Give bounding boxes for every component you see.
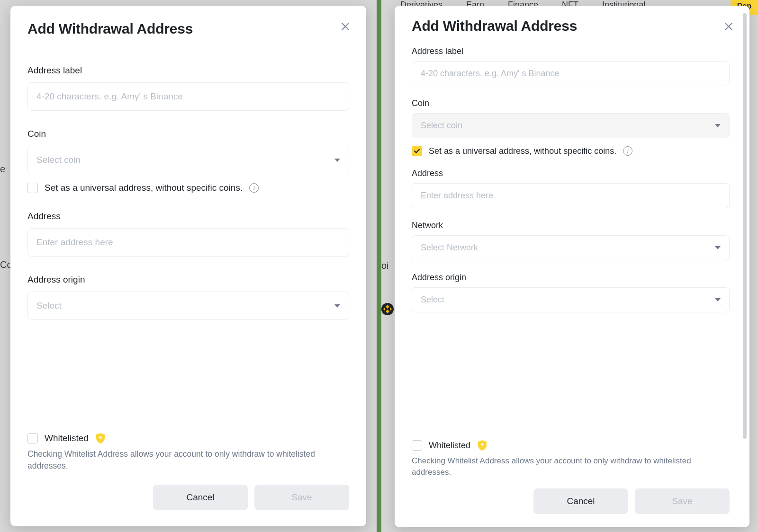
close-button[interactable] — [720, 18, 737, 35]
coin-label: Coin — [412, 98, 730, 108]
universal-address-row: Set as a universal address, without spec… — [27, 183, 349, 193]
universal-address-row: Set as a universal address, without spec… — [412, 146, 730, 156]
chevron-down-icon — [334, 159, 340, 162]
whitelisted-checkbox[interactable] — [27, 433, 38, 443]
universal-address-label: Set as a universal address, without spec… — [429, 146, 616, 156]
chevron-down-icon — [715, 246, 721, 249]
scrollbar-thumb[interactable] — [743, 13, 747, 439]
address-input[interactable] — [412, 183, 730, 208]
scrollbar[interactable] — [743, 13, 747, 520]
save-button[interactable]: Save — [635, 488, 730, 514]
address-label-input[interactable] — [27, 82, 349, 111]
whitelisted-label: Whitelisted — [45, 433, 89, 443]
bg-coin-icon — [381, 303, 394, 318]
coin-select-placeholder: Select coin — [36, 155, 81, 165]
whitelist-section: Whitelisted Checking Whitelist Address a… — [27, 432, 349, 510]
info-icon[interactable]: i — [623, 146, 632, 156]
cancel-button[interactable]: Cancel — [153, 485, 248, 510]
whitelist-help-text: Checking Whitelist Address allows your a… — [27, 448, 324, 471]
save-button[interactable]: Save — [254, 485, 349, 510]
whitelisted-label: Whitelisted — [429, 441, 470, 451]
address-label-label: Address label — [412, 46, 730, 56]
universal-address-label: Set as a universal address, without spec… — [45, 183, 243, 193]
network-select[interactable]: Select Network — [412, 235, 730, 260]
address-origin-select[interactable]: Select — [27, 292, 349, 320]
chevron-down-icon — [334, 304, 340, 308]
address-input[interactable] — [27, 228, 349, 257]
coin-select[interactable]: Select coin — [412, 113, 730, 138]
whitelisted-checkbox[interactable] — [412, 440, 422, 451]
coin-select[interactable]: Select coin — [27, 146, 349, 174]
coin-label: Coin — [27, 129, 349, 139]
origin-select-placeholder: Select — [36, 301, 62, 311]
address-origin-label: Address origin — [412, 273, 730, 283]
shield-icon — [95, 432, 106, 444]
address-field-label: Address — [27, 211, 349, 222]
cancel-button[interactable]: Cancel — [533, 488, 628, 514]
svg-point-0 — [381, 303, 394, 315]
origin-select-placeholder: Select — [421, 295, 444, 305]
address-origin-label: Address origin — [27, 275, 349, 285]
network-label: Network — [412, 221, 730, 231]
bg-fragment: e — [0, 164, 5, 175]
modal-title: Add Withdrawal Address — [27, 21, 349, 37]
left-screenshot: e Coi Add Withdrawal Address Address lab… — [0, 0, 377, 532]
universal-address-checkbox[interactable] — [27, 183, 38, 193]
network-select-placeholder: Select Network — [421, 243, 478, 253]
chevron-down-icon — [715, 124, 721, 127]
whitelist-section: Whitelisted Checking Whitelist Address a… — [412, 439, 730, 514]
info-icon[interactable]: i — [249, 183, 259, 193]
modal-scroll-area: Address label Coin Select coin Set as a … — [412, 46, 730, 428]
chevron-down-icon — [715, 298, 721, 301]
coin-select-placeholder: Select coin — [421, 121, 462, 131]
whitelist-help-text: Checking Whitelist Address allows your a… — [412, 455, 704, 478]
right-screenshot: Derivatives Earn Finance NFT Institution… — [381, 0, 758, 532]
universal-address-checkbox[interactable] — [412, 146, 422, 156]
address-label-input[interactable] — [412, 61, 730, 86]
modal-title: Add Withdrawal Address — [412, 18, 732, 34]
address-label-label: Address label — [27, 65, 349, 76]
bg-fragment: oi — [381, 260, 389, 271]
image-divider — [377, 0, 381, 532]
add-withdrawal-address-modal: Add Withdrawal Address Address label Coi… — [10, 6, 366, 526]
close-icon — [724, 22, 733, 31]
close-icon — [341, 22, 350, 31]
shield-icon — [477, 439, 487, 452]
add-withdrawal-address-modal: Add Withdrawal Address Address label Coi… — [395, 6, 749, 527]
address-field-label: Address — [412, 168, 730, 178]
close-button[interactable] — [337, 18, 354, 35]
address-origin-select[interactable]: Select — [412, 287, 730, 312]
